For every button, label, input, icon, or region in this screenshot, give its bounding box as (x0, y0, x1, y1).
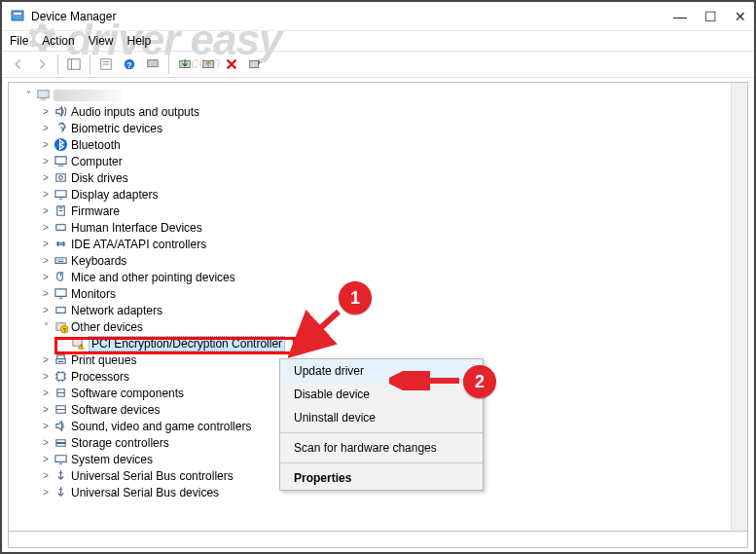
tree-item[interactable]: >Bluetooth (22, 136, 743, 153)
expand-icon[interactable]: > (40, 106, 52, 117)
tree-item[interactable]: >Display adapters (22, 186, 743, 203)
tree-item-label: Human Interface Devices (71, 221, 202, 235)
tree-item-label: Processors (71, 370, 129, 384)
tree-root[interactable]: ˅ (22, 87, 743, 103)
expand-icon[interactable]: > (40, 487, 52, 498)
tree-item[interactable]: >Firmware (22, 203, 743, 219)
menu-help[interactable]: Help (127, 34, 152, 48)
ctx-uninstall-device[interactable]: Uninstall device (280, 406, 483, 429)
ctx-scan-hardware[interactable]: Scan for hardware changes (280, 436, 483, 460)
device-category-icon (53, 468, 68, 484)
tree-item-label: Print queues (71, 353, 136, 367)
toolbar: ? (2, 51, 754, 78)
tree-item-label: Disk drives (71, 171, 128, 185)
tree-item-label: Computer (71, 155, 123, 168)
tree-item-label: Monitors (71, 287, 116, 301)
device-tree-panel: ˅ >Audio inputs and outputs>Biometric de… (8, 82, 748, 532)
expand-icon[interactable]: > (40, 421, 52, 431)
expand-icon[interactable]: > (40, 156, 52, 166)
expand-icon[interactable]: > (40, 288, 52, 299)
expand-icon[interactable]: > (40, 388, 52, 398)
uninstall-button[interactable] (221, 54, 242, 75)
svg-rect-9 (148, 60, 159, 67)
svg-rect-14 (40, 98, 46, 100)
maximize-button[interactable]: ☐ (704, 9, 717, 24)
tree-item-child[interactable]: !PCI Encryption/Decryption Controller (22, 335, 743, 351)
menu-action[interactable]: Action (42, 34, 74, 48)
tree-item[interactable]: >Human Interface Devices (22, 219, 743, 236)
expand-icon[interactable]: > (40, 305, 52, 315)
forward-button[interactable] (31, 54, 53, 75)
tree-item[interactable]: >Mice and other pointing devices (22, 269, 743, 285)
expand-icon[interactable]: > (40, 454, 52, 464)
device-category-icon: ? (53, 319, 68, 335)
help-button[interactable]: ? (119, 54, 140, 75)
tree-item[interactable]: >Keyboards (22, 252, 743, 269)
expand-icon[interactable]: > (40, 404, 52, 415)
scan-button[interactable] (142, 54, 163, 75)
tree-item[interactable]: >Network adapters (22, 302, 743, 318)
tree-item[interactable]: ˅?Other devices (22, 318, 743, 335)
device-category-icon (53, 270, 68, 285)
disable-button[interactable] (198, 54, 219, 75)
tree-item-label: Keyboards (71, 254, 126, 268)
expand-icon[interactable]: > (40, 222, 52, 233)
scan-hardware-button[interactable] (244, 54, 266, 75)
tree-item-label: Storage controllers (71, 436, 169, 450)
collapse-icon[interactable]: ˅ (40, 321, 52, 332)
svg-rect-12 (250, 61, 259, 68)
tree-item-label: Audio inputs and outputs (71, 105, 199, 119)
collapse-icon[interactable]: ˅ (22, 90, 34, 100)
svg-text:!: ! (80, 345, 81, 350)
svg-line-21 (296, 312, 339, 351)
tree-item[interactable]: >Computer (22, 153, 743, 169)
tree-item[interactable]: >IDE ATA/ATAPI controllers (22, 236, 743, 252)
tree-item-label: System devices (71, 453, 153, 466)
app-icon (10, 9, 25, 24)
tree-item[interactable]: >Monitors (22, 285, 743, 302)
expand-icon[interactable]: > (40, 437, 52, 448)
expand-icon[interactable]: > (40, 371, 52, 382)
expand-icon[interactable]: > (40, 354, 52, 365)
selected-device-label: PCI Encryption/Decryption Controller (89, 336, 285, 351)
minimize-button[interactable]: — (673, 9, 687, 24)
ctx-separator (280, 432, 483, 433)
device-category-icon (53, 253, 68, 269)
svg-text:?: ? (62, 327, 65, 333)
properties-button[interactable] (95, 54, 117, 75)
expand-icon[interactable]: > (40, 189, 52, 200)
svg-rect-2 (68, 59, 80, 70)
menu-view[interactable]: View (89, 34, 114, 48)
device-category-icon (53, 237, 68, 252)
expand-icon[interactable]: > (40, 123, 52, 133)
expand-icon[interactable]: > (40, 239, 52, 249)
update-driver-button[interactable] (174, 54, 196, 75)
expand-icon[interactable]: > (40, 139, 52, 150)
ctx-properties[interactable]: Properties (280, 466, 483, 490)
expand-icon[interactable]: > (40, 272, 52, 282)
svg-text:?: ? (126, 60, 131, 70)
back-button[interactable] (8, 54, 29, 75)
close-button[interactable]: ✕ (735, 9, 746, 24)
expand-icon[interactable]: > (40, 255, 52, 266)
device-category-icon (53, 286, 68, 302)
tree-item[interactable]: >Biometric devices (22, 120, 743, 136)
tree-item[interactable]: >Disk drives (22, 169, 743, 186)
tree-item-label: Biometric devices (71, 122, 162, 135)
annotation-badge-2: 2 (463, 365, 496, 398)
device-category-icon (53, 485, 68, 500)
menu-file[interactable]: File (10, 34, 28, 48)
device-category-icon (53, 402, 68, 418)
annotation-arrow-2 (389, 371, 465, 390)
tree-item-label: Network adapters (71, 304, 162, 317)
device-category-icon (53, 352, 68, 368)
device-category-icon (53, 452, 68, 467)
show-hide-tree-button[interactable] (63, 54, 85, 75)
device-category-icon (53, 170, 68, 186)
titlebar: Device Manager — ☐ ✕ (2, 2, 754, 31)
expand-icon[interactable]: > (40, 470, 52, 481)
expand-icon[interactable]: > (40, 205, 52, 216)
toolbar-separator (90, 55, 90, 74)
tree-item[interactable]: >Audio inputs and outputs (22, 103, 743, 120)
expand-icon[interactable]: > (40, 172, 52, 183)
